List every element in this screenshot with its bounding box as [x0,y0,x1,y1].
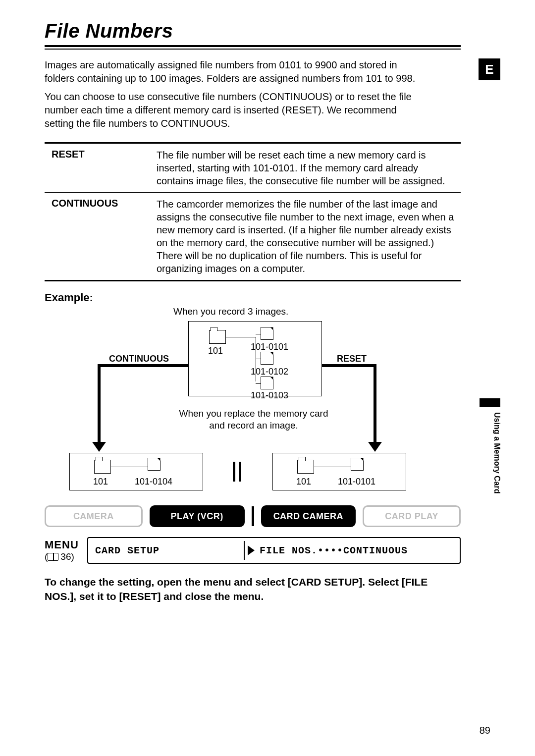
left-file: 101-0104 [135,477,172,487]
reset-branch-label: RESET [337,354,367,364]
divider-icon [252,506,254,526]
menu-path: MENU (36) CARD SETUP FILE NOS.••••CONTIN… [45,537,461,564]
table-row: RESET The file number will be reset each… [45,144,461,192]
menu-ref: (36) [45,551,80,562]
caption-top: When you record 3 images. [173,306,288,317]
section-label: Using a Memory Card [492,412,501,493]
right-file: 101-0101 [338,477,375,487]
folder-icon [297,460,314,474]
right-folder-num: 101 [296,477,311,487]
definitions-table: RESET The file number will be reset each… [45,142,461,281]
folder-icon [209,330,226,344]
intro-paragraph-2: You can choose to use consecutive file n… [45,90,421,130]
image-icon [148,458,160,471]
desc-continuous: The camcorder memorizes the file number … [154,193,461,280]
left-folder-num: 101 [93,477,108,487]
file-1: 101-0101 [251,342,288,352]
folder-icon [94,460,111,474]
mode-card-camera: CARD CAMERA [261,505,356,527]
language-tab: E [479,58,500,80]
mode-selector: CAMERA PLAY (VCR) CARD CAMERA CARD PLAY [45,505,461,527]
triangle-right-icon [248,545,255,555]
mode-card-play: CARD PLAY [363,505,461,527]
file-2: 101-0102 [251,367,288,377]
image-icon [261,377,273,389]
book-icon [48,553,58,561]
mode-play-vcr: PLAY (VCR) [150,505,245,527]
image-icon [351,458,364,471]
menu-label: MENU [45,539,80,551]
section-marker [480,398,500,407]
instruction-text: To change the setting, open the menu and… [45,575,461,604]
example-diagram: When you record 3 images. 101 101-0101 1… [45,304,461,502]
term-reset: RESET [45,144,154,192]
image-icon [261,352,273,365]
title-rule [45,45,461,50]
intro-paragraph-1: Images are automatically assigned file n… [45,58,421,85]
folder-number: 101 [208,346,223,356]
menu-item-file-nos: FILE NOS.••••CONTINUOUS [237,545,408,556]
image-icon [261,327,273,340]
arrow-down-icon [92,442,106,452]
mode-camera: CAMERA [45,505,143,527]
file-3: 101-0103 [251,390,288,401]
desc-reset: The file number will be reset each time … [154,144,461,192]
caption-mid-1: When you replace the memory card [174,408,333,419]
caption-mid-2: and record an image. [174,420,333,431]
term-continuous: CONTINUOUS [45,193,154,280]
page-number: 89 [480,725,490,736]
table-row: CONTINUOUS The camcorder memorizes the f… [45,192,461,280]
continuous-branch-label: CONTINUOUS [109,354,169,364]
arrow-down-icon [368,442,382,452]
example-label: Example: [45,291,500,304]
menu-item-card-setup: CARD SETUP [88,545,237,556]
page-title: File Numbers [45,20,500,42]
